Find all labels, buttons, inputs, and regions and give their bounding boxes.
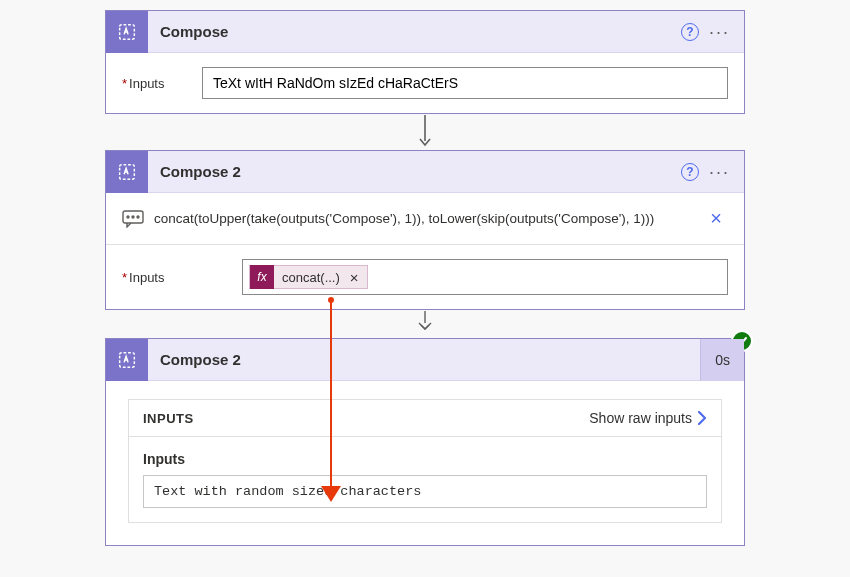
more-menu-icon[interactable]: ··· bbox=[705, 23, 734, 41]
compose-icon bbox=[106, 11, 148, 53]
token-remove-icon[interactable]: × bbox=[348, 269, 367, 286]
close-expression-icon[interactable]: × bbox=[704, 207, 728, 230]
inputs-panel: INPUTS Show raw inputs Inputs Text with … bbox=[128, 399, 722, 523]
more-menu-icon[interactable]: ··· bbox=[705, 163, 734, 181]
card-header[interactable]: Compose ? ··· bbox=[106, 11, 744, 53]
compose-inputs-field[interactable] bbox=[202, 67, 728, 99]
token-label: concat(...) bbox=[274, 270, 348, 285]
card-title: Compose 2 bbox=[148, 351, 700, 368]
compose-icon bbox=[106, 151, 148, 193]
compose2-inputs-field[interactable]: fx concat(...) × bbox=[242, 259, 728, 295]
flow-connector-arrow-icon bbox=[415, 114, 435, 150]
compose-icon bbox=[106, 339, 148, 381]
expression-token[interactable]: fx concat(...) × bbox=[249, 265, 368, 289]
svg-point-4 bbox=[137, 216, 139, 218]
inputs-label: *Inputs bbox=[122, 270, 242, 285]
speech-bubble-icon bbox=[122, 210, 144, 228]
compose2-run-result-card: Compose 2 0s INPUTS Show raw inputs Inpu… bbox=[105, 338, 745, 546]
compose2-action-card: Compose 2 ? ··· concat(toUpper(take(outp… bbox=[105, 150, 745, 310]
help-icon[interactable]: ? bbox=[681, 23, 699, 41]
card-title: Compose 2 bbox=[148, 163, 681, 180]
fx-icon: fx bbox=[250, 265, 274, 289]
expression-text: concat(toUpper(take(outputs('Compose'), … bbox=[154, 211, 704, 226]
inputs-label: *Inputs bbox=[122, 76, 202, 91]
svg-point-2 bbox=[127, 216, 129, 218]
panel-title: INPUTS bbox=[143, 411, 194, 426]
show-raw-inputs-link[interactable]: Show raw inputs bbox=[589, 410, 707, 426]
execution-duration: 0s bbox=[700, 339, 744, 381]
expression-tooltip-row: concat(toUpper(take(outputs('Compose'), … bbox=[106, 193, 744, 245]
inputs-sublabel: Inputs bbox=[143, 451, 707, 467]
card-header[interactable]: Compose 2 0s bbox=[106, 339, 744, 381]
inputs-value-readonly: Text with random sized characters bbox=[143, 475, 707, 508]
svg-point-3 bbox=[132, 216, 134, 218]
help-icon[interactable]: ? bbox=[681, 163, 699, 181]
card-title: Compose bbox=[148, 23, 681, 40]
compose-action-card: Compose ? ··· *Inputs bbox=[105, 10, 745, 114]
card-header[interactable]: Compose 2 ? ··· bbox=[106, 151, 744, 193]
flow-connector-add-icon[interactable] bbox=[415, 310, 435, 338]
chevron-right-icon bbox=[698, 411, 707, 425]
